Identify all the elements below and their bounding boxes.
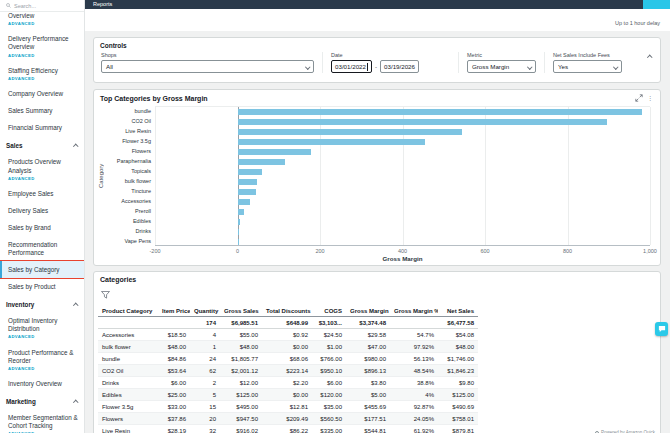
category-tick-label: Vape Pens [108, 236, 155, 246]
metric-value: Gross Margin [472, 63, 509, 70]
category-tick-label: Accessories [108, 196, 155, 206]
bar-drinks[interactable] [238, 229, 240, 235]
sidebar-item-member-segmentation-cohort-tracking[interactable]: Member Segmentation & Cohort TrackingADV… [0, 409, 84, 433]
table-cell: $495.00 [220, 401, 262, 413]
section-collapse-icon [73, 304, 78, 309]
table-cell: $916.02 [220, 425, 262, 433]
sidebar-item-employee-sales[interactable]: Employee Sales [0, 185, 84, 202]
status-strip: Up to 1 hour delay [85, 9, 670, 31]
column-header-cogs[interactable]: COGS [312, 305, 346, 317]
sidebar-item-delivery-performance-overview[interactable]: Delivery Performance OverviewADVANCED [0, 30, 84, 61]
sidebar-item-staffing-efficiency[interactable]: Staffing EfficiencyADVANCED [0, 62, 84, 85]
column-header-gross-sales[interactable]: Gross Sales [220, 305, 262, 317]
category-tick-label: Flower 3.5g [108, 136, 155, 146]
table-cell: $48.00 [438, 341, 478, 353]
bar-topicals[interactable] [238, 169, 263, 175]
sidebar-item-sales-by-product[interactable]: Sales by Product [0, 278, 84, 295]
advanced-badge: ADVANCED [8, 366, 79, 371]
sidebar-item-sales-by-category[interactable]: Sales by Category [0, 261, 84, 278]
table-row-bundle[interactable]: bundle$84.8624$1,805.77$68.06$766.00$980… [98, 353, 478, 365]
table-cell: 4 [190, 329, 220, 341]
page-title: Reports [93, 0, 112, 9]
table-cell: $9.80 [438, 377, 478, 389]
table-cell: $12.81 [262, 401, 312, 413]
x-tick-label: 800 [563, 248, 572, 254]
sidebar-item-overview[interactable]: OverviewADVANCED [0, 7, 84, 30]
gridline [155, 107, 156, 245]
nav-item-label: Products Overview Analysis [8, 158, 61, 173]
bar-flowers[interactable] [238, 149, 311, 155]
table-row-accessories[interactable]: Accessories$18.504$55.00$0.92$24.50$29.5… [98, 329, 478, 341]
table-row-co2-oil[interactable]: CO2 Oil$53.6462$2,001.12$223.14$950.10$8… [98, 365, 478, 377]
sidebar-item-recommendation-performance[interactable]: Recommendation Performance [0, 236, 84, 261]
date-end-input[interactable]: 03/19/2026 [380, 60, 419, 73]
table-cell: 2 [190, 377, 220, 389]
bar-live-resin[interactable] [238, 129, 463, 135]
date-filter: Date 03/01/2022 - 03/19/2026 [322, 52, 450, 73]
column-header-gross-margin[interactable]: Gross Margin % [390, 305, 438, 317]
shops-dropdown[interactable]: All [101, 60, 314, 73]
table-cell: bulk flower [98, 341, 158, 353]
sidebar-item-company-overview[interactable]: Company Overview [0, 85, 84, 102]
column-header-item-price[interactable]: Item Price [158, 305, 190, 317]
bar-flower-3-5g[interactable] [238, 139, 426, 145]
category-tick-label: Drinks [108, 226, 155, 236]
sidebar-section-inventory[interactable]: Inventory [0, 295, 84, 312]
fees-dropdown[interactable]: Yes [553, 60, 622, 73]
table-row-flower-3-5g[interactable]: Flower 3.5g$33.0015$495.00$12.81$35.00$4… [98, 401, 478, 413]
column-header-total-discounts[interactable]: Total Discounts [262, 305, 312, 317]
bar-edibles[interactable] [238, 219, 240, 225]
sidebar-section-marketing[interactable]: Marketing [0, 392, 84, 409]
x-tick-label: 400 [398, 248, 407, 254]
totals-cell: $6,985.51 [220, 317, 262, 329]
maximize-icon[interactable] [635, 94, 643, 102]
table-row-flowers[interactable]: Flowers$37.8620$947.50$209.49$560.50$177… [98, 413, 478, 425]
table-row-live-resin[interactable]: Live Resin$28.1932$916.02$86.22$335.00$5… [98, 425, 478, 433]
sidebar-item-product-performance-reorder[interactable]: Product Performance & ReorderADVANCED [0, 344, 84, 375]
filter-funnel-icon[interactable] [101, 291, 110, 299]
controls-title: Controls [94, 38, 660, 49]
controls-collapse-button[interactable] [648, 45, 652, 63]
sidebar-item-sales-summary[interactable]: Sales Summary [0, 102, 84, 119]
column-header-net-sales[interactable]: Net Sales [438, 305, 478, 317]
advanced-badge: ADVANCED [8, 334, 79, 339]
data-delay-note: Up to 1 hour delay [615, 20, 660, 26]
bar-bulk-flower[interactable] [238, 179, 257, 185]
sidebar-item-products-overview-analysis[interactable]: Products Overview AnalysisADVANCED [0, 153, 84, 184]
table-cell: $35.00 [312, 401, 346, 413]
date-start-input[interactable]: 03/01/2022 [331, 60, 372, 73]
table-row-bulk-flower[interactable]: bulk flower$48.001$48.00$0.00$1.00$47.00… [98, 341, 478, 353]
column-header-gross-margin[interactable]: Gross Margin [346, 305, 390, 317]
shops-value: All [106, 63, 113, 70]
table-row-drinks[interactable]: Drinks$6.002$12.00$2.20$6.00$3.8038.8%$9… [98, 377, 478, 389]
sidebar-item-inventory-overview[interactable]: Inventory Overview [0, 375, 84, 392]
column-header-product-category[interactable]: Product Category [98, 305, 158, 317]
bar-preroll[interactable] [238, 209, 244, 215]
chevron-down-icon [305, 64, 310, 69]
chat-button[interactable] [655, 322, 668, 336]
bar-accessories[interactable] [238, 199, 250, 205]
table-cell: $544.81 [346, 425, 390, 433]
gridline [485, 107, 486, 245]
category-tick-label: Tincture [108, 186, 155, 196]
sidebar-item-optimal-inventory-distribution[interactable]: Optimal Inventory DistributionADVANCED [0, 312, 84, 343]
table-cell: $55.00 [220, 329, 262, 341]
bar-bundle[interactable] [238, 109, 642, 115]
table-row-edibles[interactable]: Edibles$25.005$125.00$0.00$120.00$5.004%… [98, 389, 478, 401]
menu-dots-icon[interactable]: ⋮ [647, 95, 653, 101]
metric-dropdown[interactable]: Gross Margin [467, 60, 536, 73]
sidebar-item-sales-by-brand[interactable]: Sales by Brand [0, 219, 84, 236]
table-cell: $766.00 [312, 353, 346, 365]
bar-paraphernalia[interactable] [238, 159, 286, 165]
table-cell: $2.20 [262, 377, 312, 389]
bar-tincture[interactable] [238, 189, 257, 195]
table-cell: Live Resin [98, 425, 158, 433]
net-sales-fees-filter: Net Sales Include Fees Yes [544, 52, 622, 73]
gridline [568, 107, 569, 245]
sidebar-item-delivery-sales[interactable]: Delivery Sales [0, 202, 84, 219]
sidebar-section-sales[interactable]: Sales [0, 136, 84, 153]
table-cell: 62 [190, 365, 220, 377]
bar-co2-oil[interactable] [238, 119, 608, 125]
sidebar-item-financial-summary[interactable]: Financial Summary [0, 119, 84, 136]
column-header-quantity[interactable]: Quantity [190, 305, 220, 317]
